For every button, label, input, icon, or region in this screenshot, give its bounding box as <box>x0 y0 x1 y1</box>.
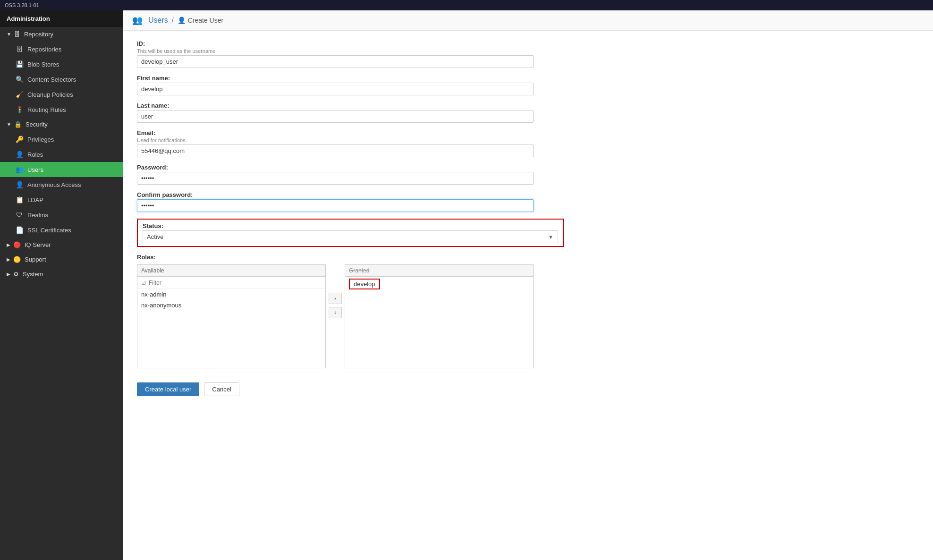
lastname-label: Last name: <box>137 102 534 109</box>
sidebar-item-label: Realms <box>27 212 48 219</box>
granted-highlight-wrapper: develop <box>345 277 533 291</box>
sidebar-item-ldap[interactable]: 📋 LDAP <box>0 192 123 207</box>
roles-section: Roles: Available ⊿ nx-admin nx-anonymous <box>137 254 534 368</box>
cancel-button[interactable]: Cancel <box>204 382 239 396</box>
move-left-button[interactable]: ‹ <box>329 307 342 318</box>
blob-stores-icon: 💾 <box>15 60 24 68</box>
sidebar-item-label: Cleanup Policies <box>27 91 73 98</box>
sidebar: Administration ▼ 🗄 Repository 🗄 Reposito… <box>0 10 123 560</box>
breadcrumb-users-link[interactable]: Users <box>148 16 168 25</box>
breadcrumb-current-label: Create User <box>188 17 223 24</box>
sidebar-section-iq-server[interactable]: ▶ 🔴 IQ Server <box>0 238 123 252</box>
breadcrumb-current: 👤 Create User <box>178 17 223 24</box>
main-content: 👥 Users / 👤 Create User ID: This will be… <box>123 10 933 560</box>
users-icon: 👥 <box>15 165 24 174</box>
firstname-input[interactable] <box>137 83 534 95</box>
id-hint: This will be used as the username <box>137 48 534 54</box>
cleanup-policies-icon: 🧹 <box>15 90 24 99</box>
app-version-label: OSS 3.28.1-01 <box>5 2 39 8</box>
roles-filter-input[interactable] <box>149 280 322 286</box>
sidebar-section-repository[interactable]: ▼ 🗄 Repository <box>0 27 123 42</box>
sidebar-item-ssl-certificates[interactable]: 📄 SSL Certificates <box>0 222 123 238</box>
sidebar-item-repositories[interactable]: 🗄 Repositories <box>0 42 123 57</box>
status-highlight-box: Status: Active Disabled ▼ <box>137 219 564 247</box>
role-item-nx-anonymous[interactable]: nx-anonymous <box>137 300 325 311</box>
create-user-icon: 👤 <box>178 17 186 24</box>
status-select-wrapper: Active Disabled ▼ <box>143 230 558 243</box>
repositories-icon: 🗄 <box>15 45 24 53</box>
chevron-down-icon: ▼ <box>7 122 11 127</box>
sidebar-section-security[interactable]: ▼ 🔒 Security <box>0 117 123 132</box>
breadcrumb-users-label: Users <box>148 16 168 25</box>
sidebar-icon: 🗄 <box>14 31 20 38</box>
system-icon: ⚙ <box>13 271 19 278</box>
sidebar-section-label: IQ Server <box>25 241 51 248</box>
sidebar-section-label: System <box>23 271 43 278</box>
sidebar-section-label: Security <box>25 121 48 128</box>
anonymous-icon: 👤 <box>15 180 24 189</box>
chevron-right-icon: ▶ <box>7 272 10 277</box>
status-select[interactable]: Active Disabled <box>143 230 558 243</box>
roles-icon: 👤 <box>15 150 24 159</box>
confirm-password-label: Confirm password: <box>137 191 534 198</box>
routing-rules-icon: 🚦 <box>15 105 24 114</box>
sidebar-item-label: Users <box>27 166 43 173</box>
chevron-right-icon: ▶ <box>7 242 10 247</box>
privileges-icon: 🔑 <box>15 135 24 144</box>
roles-label: Roles: <box>137 254 534 261</box>
id-field-group: ID: This will be used as the username <box>137 40 534 68</box>
email-field-group: Email: Used for notifications <box>137 129 534 157</box>
email-label: Email: <box>137 129 534 136</box>
move-right-button[interactable]: › <box>329 293 342 304</box>
breadcrumb: 👥 Users / 👤 Create User <box>123 10 933 31</box>
users-breadcrumb-icon: 👥 <box>132 15 143 25</box>
sidebar-item-anonymous-access[interactable]: 👤 Anonymous Access <box>0 177 123 192</box>
sidebar-item-roles[interactable]: 👤 Roles <box>0 147 123 162</box>
sidebar-section-system[interactable]: ▶ ⚙ System <box>0 267 123 281</box>
email-hint: Used for notifications <box>137 137 534 143</box>
create-user-form: ID: This will be used as the username Fi… <box>123 31 548 415</box>
roles-columns: Available ⊿ nx-admin nx-anonymous › ‹ <box>137 264 534 368</box>
role-item-nx-admin[interactable]: nx-admin <box>137 289 325 300</box>
sidebar-section-label: Repository <box>24 31 53 38</box>
form-footer: Create local user Cancel <box>137 378 534 406</box>
iq-server-icon: 🔴 <box>13 241 21 248</box>
sidebar-section-support[interactable]: ▶ 🟡 Support <box>0 252 123 267</box>
ldap-icon: 📋 <box>15 195 24 204</box>
support-icon: 🟡 <box>13 256 21 263</box>
sidebar-item-label: Anonymous Access <box>27 181 81 188</box>
password-field-group: Password: <box>137 164 534 185</box>
password-input[interactable] <box>137 172 534 185</box>
sidebar-item-label: Routing Rules <box>27 106 66 113</box>
sidebar-item-realms[interactable]: 🛡 Realms <box>0 207 123 222</box>
id-input[interactable] <box>137 55 534 68</box>
sidebar-item-label: Repositories <box>27 46 61 53</box>
sidebar-item-cleanup-policies[interactable]: 🧹 Cleanup Policies <box>0 87 123 102</box>
email-input[interactable] <box>137 144 534 157</box>
sidebar-item-routing-rules[interactable]: 🚦 Routing Rules <box>0 102 123 117</box>
granted-item-develop[interactable]: develop <box>349 279 380 289</box>
admin-header: Administration <box>0 10 123 27</box>
password-label: Password: <box>137 164 534 171</box>
confirm-password-input[interactable] <box>137 199 534 212</box>
roles-arrow-col: › ‹ <box>326 264 345 318</box>
sidebar-item-privileges[interactable]: 🔑 Privileges <box>0 132 123 147</box>
chevron-right-icon: ▶ <box>7 257 10 262</box>
breadcrumb-separator: / <box>172 17 174 24</box>
security-icon: 🔒 <box>14 121 22 128</box>
sidebar-item-content-selectors[interactable]: 🔍 Content Selectors <box>0 72 123 87</box>
sidebar-item-label: Roles <box>27 151 43 158</box>
content-selectors-icon: 🔍 <box>15 75 24 84</box>
lastname-input[interactable] <box>137 110 534 123</box>
filter-icon: ⊿ <box>141 279 146 286</box>
granted-header: Granted <box>345 265 533 277</box>
lastname-field-group: Last name: <box>137 102 534 123</box>
id-label: ID: <box>137 40 534 47</box>
sidebar-item-label: Content Selectors <box>27 76 76 83</box>
confirm-password-field-group: Confirm password: <box>137 191 534 212</box>
create-local-user-button[interactable]: Create local user <box>137 382 199 396</box>
firstname-field-group: First name: <box>137 75 534 95</box>
sidebar-item-users[interactable]: 👥 Users <box>0 162 123 177</box>
sidebar-item-blob-stores[interactable]: 💾 Blob Stores <box>0 57 123 72</box>
ssl-icon: 📄 <box>15 226 24 234</box>
